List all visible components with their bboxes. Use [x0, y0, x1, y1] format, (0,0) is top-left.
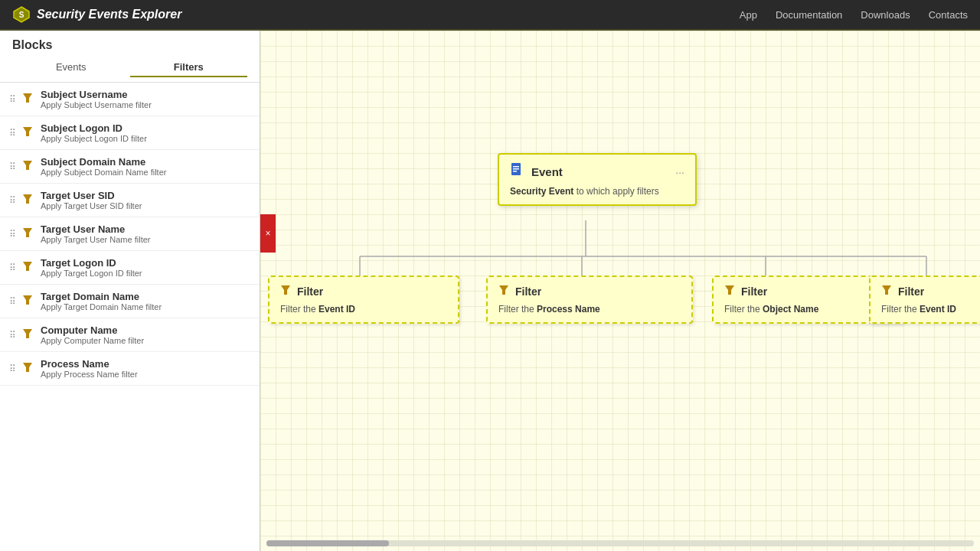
drag-handle: ⠿ [9, 330, 16, 341]
filter-block-3-pre: Filter the [724, 304, 763, 315]
app-title: Security Events Explorer [37, 8, 181, 21]
filter-funnel-icon-3 [724, 285, 735, 298]
sidebar-item-7[interactable]: ⠿ Computer Name Apply Computer Name filt… [0, 318, 260, 352]
tab-filters[interactable]: Filters [130, 58, 248, 77]
filter-block-4-title: Filter [898, 285, 924, 298]
tab-events[interactable]: Events [12, 58, 130, 77]
event-block-desc-text: to which apply filters [573, 186, 658, 197]
filter-block-1-pre: Filter the [280, 304, 318, 315]
nav-contacts[interactable]: Contacts [929, 9, 968, 21]
item-text: Target Domain Name Apply Target Domain N… [41, 291, 162, 311]
nav-app[interactable]: App [740, 9, 757, 21]
item-text: Target User SID Apply Target User SID fi… [41, 190, 142, 210]
sidebar-item-3[interactable]: ⠿ Target User SID Apply Target User SID … [0, 184, 260, 217]
svg-marker-2 [23, 93, 32, 103]
svg-rect-20 [513, 171, 517, 172]
filter-icon [22, 261, 33, 274]
drag-handle: ⠿ [9, 94, 16, 105]
document-icon [510, 162, 525, 181]
svg-marker-23 [725, 285, 734, 295]
filter-icon [22, 295, 33, 308]
sidebar-item-8[interactable]: ⠿ Process Name Apply Process Name filter [0, 352, 260, 386]
sidebar-item-5[interactable]: ⠿ Target Logon ID Apply Target Logon ID … [0, 251, 260, 285]
filter-block-2[interactable]: Filter Filter the Process Name [486, 276, 693, 324]
event-block-menu[interactable]: ··· [675, 166, 684, 178]
svg-marker-3 [23, 127, 32, 136]
logo-icon: S [12, 5, 31, 24]
filter-funnel-icon-2 [498, 285, 509, 298]
item-desc: Apply Target Domain Name filter [41, 302, 162, 311]
svg-marker-21 [281, 285, 290, 295]
item-text: Subject Domain Name Apply Subject Domain… [41, 156, 166, 177]
svg-rect-19 [513, 168, 519, 170]
sidebar-title: Blocks [12, 38, 247, 52]
filter-block-3-header: Filter [724, 285, 891, 298]
drag-handle: ⠿ [9, 364, 16, 374]
drag-handle: ⠿ [9, 161, 16, 172]
drag-handle: ⠿ [9, 296, 16, 307]
filter-icon [22, 227, 33, 240]
filter-block-4-desc: Filter the Event ID [881, 304, 980, 315]
svg-marker-9 [23, 329, 32, 338]
sidebar-item-2[interactable]: ⠿ Subject Domain Name Apply Subject Doma… [0, 150, 260, 184]
filter-block-4-header: Filter [881, 285, 980, 298]
filter-block-1-header: Filter [280, 285, 447, 298]
svg-marker-10 [23, 363, 32, 372]
filter-icon [22, 160, 33, 173]
filter-block-4[interactable]: Filter Filter the Event ID [869, 276, 980, 324]
event-block-desc: Security Event to which apply filters [510, 186, 684, 197]
filter-funnel-icon-4 [881, 285, 892, 298]
item-text: Process Name Apply Process Name filter [41, 358, 138, 379]
item-desc: Apply Subject Username filter [41, 100, 152, 109]
logo-area: S Security Events Explorer [12, 5, 740, 24]
item-desc: Apply Target User Name filter [41, 235, 150, 244]
sidebar: Blocks Events Filters ⠿ Subject Username… [0, 31, 260, 551]
item-title: Target User SID [41, 190, 142, 201]
svg-marker-7 [23, 262, 32, 271]
nav-downloads[interactable]: Downloads [861, 9, 910, 21]
filter-funnel-icon-1 [280, 285, 291, 298]
event-block[interactable]: Event ··· Security Event to which apply … [498, 153, 697, 206]
item-title: Subject Logon ID [41, 122, 147, 134]
nav-links: App Documentation Downloads Contacts [740, 9, 968, 21]
canvas-scrollbar[interactable] [260, 539, 980, 548]
filter-block-1[interactable]: Filter Filter the Event ID [268, 276, 459, 324]
filter-block-4-bold: Event ID [920, 304, 956, 315]
svg-marker-22 [499, 285, 508, 295]
event-block-header: Event ··· [510, 162, 684, 181]
sidebar-item-1[interactable]: ⠿ Subject Logon ID Apply Subject Logon I… [0, 116, 260, 150]
filter-block-3-desc: Filter the Object Name [724, 304, 891, 315]
sidebar-item-4[interactable]: ⠿ Target User Name Apply Target User Nam… [0, 217, 260, 251]
close-button[interactable]: × [260, 214, 276, 253]
sidebar-item-0[interactable]: ⠿ Subject Username Apply Subject Usernam… [0, 83, 260, 116]
event-block-desc-bold: Security Event [510, 186, 573, 197]
item-desc: Apply Subject Domain Name filter [41, 168, 166, 177]
filter-block-2-pre: Filter the [498, 304, 537, 315]
svg-marker-8 [23, 295, 32, 305]
svg-marker-5 [23, 194, 32, 204]
scrollbar-thumb[interactable] [266, 540, 389, 546]
filter-block-1-desc: Filter the Event ID [280, 304, 447, 315]
svg-marker-4 [23, 161, 32, 170]
item-title: Target Logon ID [41, 257, 142, 269]
drag-handle: ⠿ [9, 262, 16, 273]
item-desc: Apply Target Logon ID filter [41, 269, 142, 278]
svg-text:S: S [19, 11, 24, 19]
item-desc: Apply Process Name filter [41, 370, 138, 379]
sidebar-list: ⠿ Subject Username Apply Subject Usernam… [0, 83, 260, 551]
drag-handle: ⠿ [9, 229, 16, 240]
filter-block-4-pre: Filter the [881, 304, 920, 315]
item-text: Computer Name Apply Computer Name filter [41, 324, 144, 345]
drag-handle: ⠿ [9, 128, 16, 139]
sidebar-item-6[interactable]: ⠿ Target Domain Name Apply Target Domain… [0, 285, 260, 318]
main: Blocks Events Filters ⠿ Subject Username… [0, 31, 980, 551]
item-text: Target User Name Apply Target User Name … [41, 223, 150, 244]
nav-documentation[interactable]: Documentation [776, 9, 842, 21]
item-title: Computer Name [41, 324, 144, 336]
header: S Security Events Explorer App Documenta… [0, 0, 980, 31]
filter-block-3-bold: Object Name [763, 304, 818, 315]
event-block-title: Event [531, 165, 563, 178]
filter-block-2-desc: Filter the Process Name [498, 304, 681, 315]
filter-block-1-title: Filter [297, 285, 323, 298]
filter-icon [22, 328, 33, 341]
